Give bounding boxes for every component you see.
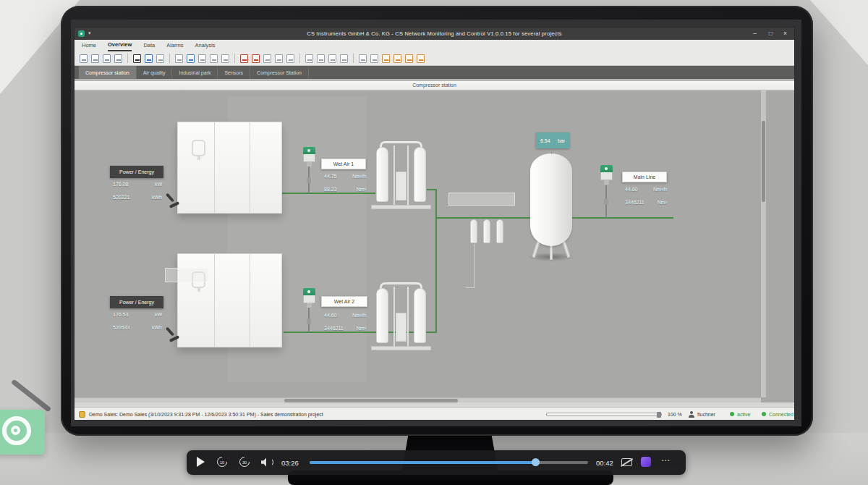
export-icon[interactable] <box>340 54 348 63</box>
horizontal-scrollbar[interactable] <box>75 397 761 402</box>
open-project-icon[interactable] <box>91 54 99 63</box>
arrow-down-icon[interactable] <box>305 54 313 63</box>
wet-air-1-label[interactable]: Wet Air 1 <box>321 159 366 169</box>
drain-line-elbow <box>466 287 475 288</box>
receiver-tank[interactable] <box>530 153 572 246</box>
tab-air-quality[interactable]: Air quality <box>137 66 173 79</box>
power-energy-1-label[interactable]: Power / Energy <box>110 166 163 178</box>
tab-sensors[interactable]: Sensors <box>218 66 250 79</box>
pencil-icon[interactable] <box>198 54 206 63</box>
menu-home[interactable]: Home <box>82 41 96 51</box>
close-button[interactable]: × <box>783 30 787 37</box>
menu-overview[interactable]: Overview <box>108 40 132 51</box>
skip-forward-30-icon[interactable]: 30 <box>237 455 252 469</box>
dimmed-label <box>165 268 208 282</box>
volume-icon[interactable] <box>261 457 268 467</box>
unit: kWh <box>152 325 162 330</box>
dryer-1[interactable] <box>373 141 429 210</box>
tab-compressor-station[interactable]: Compressor station <box>79 66 137 79</box>
progress-fill <box>310 461 535 464</box>
menu-data[interactable]: Data <box>143 41 155 51</box>
dryer-base <box>371 205 431 209</box>
scissors-icon[interactable] <box>221 54 229 63</box>
sensor-neck <box>307 162 312 166</box>
sensor-neck <box>604 180 609 185</box>
connected-status-icon <box>762 412 766 416</box>
value: 88.23 <box>324 187 337 192</box>
chart-icon[interactable] <box>286 54 294 63</box>
menu-analysis[interactable]: Analysis <box>195 41 216 51</box>
alarm-config-icon[interactable] <box>417 54 425 63</box>
more-options-icon[interactable]: ⋯ <box>661 455 670 465</box>
zoom-icon[interactable] <box>328 54 336 63</box>
value: 44.60 <box>324 313 337 318</box>
captions-off-icon[interactable] <box>621 458 632 466</box>
toolbar <box>75 51 794 66</box>
pressure-unit: bar <box>558 138 565 143</box>
app-titlebar: ▾ CS Instruments GmbH & Co. KG - CS Netw… <box>75 28 794 40</box>
close-doc-icon[interactable] <box>252 54 260 63</box>
tab-industrial-park[interactable]: Industrial park <box>172 66 218 79</box>
wet-air-2-total-row: 3446211 Nm³ <box>324 326 366 331</box>
sensor-body <box>600 172 613 180</box>
save-all-icon[interactable] <box>114 54 122 63</box>
window-icon[interactable] <box>359 54 367 63</box>
refresh-icon[interactable] <box>317 54 325 63</box>
line-icon[interactable] <box>275 54 283 63</box>
progress-bar[interactable] <box>310 461 588 464</box>
tab-compressor-station-2[interactable]: Compressor Station <box>250 66 309 79</box>
wall-panel-top-right <box>810 0 868 109</box>
document-title: Compressor station <box>412 83 456 88</box>
zoom-slider-thumb[interactable] <box>657 412 661 418</box>
zoom-slider[interactable] <box>546 413 662 416</box>
pressure-widget[interactable]: 6.54 bar <box>536 132 569 148</box>
wet-air-2-label[interactable]: Wet Air 2 <box>321 296 367 307</box>
toolbar-separator <box>127 54 128 63</box>
scrollbar-thumb[interactable] <box>762 121 765 202</box>
main-line-label[interactable]: Main Line <box>622 172 667 182</box>
filter-3[interactable] <box>496 219 503 243</box>
globe-icon[interactable] <box>145 54 153 63</box>
wet-air-1-flow-row: 44.75 Nm³/h <box>324 174 366 179</box>
user-name: fluchner <box>697 412 715 417</box>
panel-icon[interactable] <box>156 54 164 63</box>
filter-2[interactable] <box>483 219 490 243</box>
delete-icon[interactable] <box>240 54 248 63</box>
ruler-icon[interactable] <box>263 54 271 63</box>
progress-thumb[interactable] <box>532 458 540 466</box>
lock-icon[interactable] <box>133 54 141 63</box>
play-icon[interactable] <box>197 457 205 467</box>
power-energy-2-label[interactable]: Power / Energy <box>110 296 163 308</box>
value: 520533 <box>113 325 129 330</box>
diagram-canvas[interactable]: Power / Energy 176.08 kW 520221 kWh Powe… <box>75 90 794 397</box>
flow-sensor-main-line[interactable] <box>600 165 613 185</box>
person-icon[interactable] <box>187 54 195 63</box>
unit: Nm³ <box>658 200 667 205</box>
skip-back-10-icon[interactable]: 10 <box>215 455 229 469</box>
alarm-log-icon[interactable] <box>382 54 390 63</box>
sensor-fitting <box>604 199 608 205</box>
save-icon[interactable] <box>103 54 111 63</box>
alarm-ack-icon[interactable] <box>405 54 413 63</box>
alarm-list-icon[interactable] <box>393 54 401 63</box>
unit: Nm³ <box>357 326 366 331</box>
menu-alarms[interactable]: Alarms <box>166 41 183 51</box>
value: 44.75 <box>324 174 337 179</box>
minimize-button[interactable]: – <box>753 30 757 37</box>
vertical-scrollbar[interactable] <box>761 90 766 397</box>
new-file-icon[interactable] <box>80 54 88 63</box>
dryer-2[interactable] <box>373 282 429 353</box>
maximize-button[interactable]: □ <box>769 30 773 37</box>
tile-icon[interactable] <box>370 54 378 63</box>
unit: Nm³/h <box>653 187 667 192</box>
sensor-body <box>303 295 315 303</box>
power-energy-2-energy-row: 520533 kWh <box>113 325 162 330</box>
flow-sensor-wet-air-2[interactable] <box>303 288 315 308</box>
filter-1[interactable] <box>470 219 477 243</box>
extension-tile-icon[interactable] <box>641 457 651 467</box>
wet-air-2-flow-row: 44.60 Nm³/h <box>324 313 366 318</box>
compass-icon[interactable] <box>210 54 218 63</box>
flow-sensor-wet-air-1[interactable] <box>303 147 315 166</box>
compressor-1[interactable] <box>177 122 282 214</box>
image-icon[interactable] <box>175 54 183 63</box>
